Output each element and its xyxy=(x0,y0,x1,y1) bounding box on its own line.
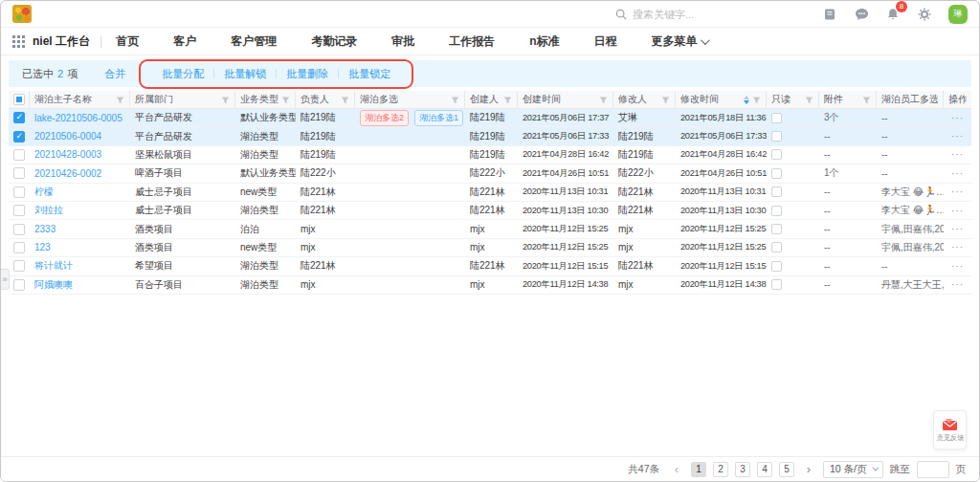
page-button-1[interactable]: 1 xyxy=(691,462,706,477)
record-link[interactable]: 20210506-0004 xyxy=(34,131,101,142)
row-more-actions-button[interactable]: ··· xyxy=(951,224,964,234)
workspace-title[interactable]: niel 工作台 xyxy=(33,33,90,50)
row-more-actions-button[interactable]: ··· xyxy=(951,186,964,197)
column-label: 只读 xyxy=(771,93,791,106)
nav-item-7[interactable]: n标准 xyxy=(529,33,559,50)
cell-modifier: 陆222小 xyxy=(613,164,676,182)
row-more-actions-button[interactable]: ··· xyxy=(951,168,964,179)
nav-more-menu[interactable]: 更多菜单 xyxy=(651,33,707,50)
next-page-button[interactable]: › xyxy=(801,462,816,477)
gear-icon[interactable] xyxy=(917,7,932,22)
cell-employees: 宇佩,田嘉伟,205 xyxy=(877,239,944,256)
record-link[interactable]: 20210426-0002 xyxy=(34,168,101,179)
chat-icon[interactable] xyxy=(854,7,869,22)
feedback-button[interactable]: 意见反馈 xyxy=(933,410,967,449)
row-more-actions-button[interactable]: ··· xyxy=(951,279,964,290)
sort-icon[interactable] xyxy=(744,96,749,104)
row-more-actions-button[interactable]: ··· xyxy=(951,149,964,160)
batch-action-button[interactable]: 批量分配 xyxy=(152,67,213,81)
filter-icon[interactable] xyxy=(451,96,459,104)
notebook-icon[interactable] xyxy=(822,7,837,22)
jump-page-input[interactable] xyxy=(917,461,949,478)
nav-item-8[interactable]: 日程 xyxy=(593,33,616,50)
readonly-checkbox[interactable] xyxy=(771,279,782,290)
nav-item-2[interactable]: 客户 xyxy=(173,33,196,50)
app-logo[interactable] xyxy=(12,5,32,23)
row-checkbox[interactable] xyxy=(13,149,25,161)
row-more-actions-button[interactable]: ··· xyxy=(951,242,964,252)
row-checkbox[interactable] xyxy=(13,186,25,198)
row-more-actions-button[interactable]: ··· xyxy=(951,131,964,142)
nav-item-6[interactable]: 工作报告 xyxy=(449,33,495,50)
page-button-5[interactable]: 5 xyxy=(779,462,794,477)
batch-action-button[interactable]: 批量删除 xyxy=(277,67,338,81)
readonly-checkbox[interactable] xyxy=(771,186,782,197)
batch-actions-annotation-box: 批量分配批量解锁批量删除批量锁定 xyxy=(139,59,413,89)
readonly-checkbox[interactable] xyxy=(771,131,782,142)
record-link[interactable]: 阿娥噢噢 xyxy=(34,278,73,292)
nav-item-5[interactable]: 审批 xyxy=(391,33,414,50)
nav-item-1[interactable]: 首页 xyxy=(116,33,139,50)
cell-modified-time: 2020年11月12日 15:25 xyxy=(676,220,767,237)
global-search[interactable] xyxy=(615,9,747,20)
row-checkbox[interactable] xyxy=(13,279,25,291)
batch-action-button[interactable]: 批量解锁 xyxy=(214,67,276,81)
nav-item-3[interactable]: 客户管理 xyxy=(231,33,277,50)
search-input[interactable] xyxy=(633,9,747,20)
filter-icon[interactable] xyxy=(341,96,349,104)
record-link[interactable]: 柠檬 xyxy=(34,186,54,199)
filter-icon[interactable] xyxy=(752,96,761,104)
readonly-checkbox[interactable] xyxy=(771,149,782,160)
row-more-actions-button[interactable]: ··· xyxy=(951,261,964,272)
page-button-4[interactable]: 4 xyxy=(757,462,772,477)
row-more-actions-button[interactable]: ··· xyxy=(951,113,964,123)
batch-action-button[interactable]: 批量锁定 xyxy=(339,67,400,81)
row-checkbox[interactable] xyxy=(13,205,25,216)
bell-icon[interactable]: 8 xyxy=(885,7,901,22)
filter-icon[interactable] xyxy=(503,96,512,104)
cell-modified-time: 2020年11月13日 10:30 xyxy=(676,202,767,219)
nav-item-4[interactable]: 考勤记录 xyxy=(311,33,357,50)
select-all-checkbox[interactable] xyxy=(13,94,25,105)
readonly-checkbox[interactable] xyxy=(771,242,782,252)
filter-icon[interactable] xyxy=(661,96,670,104)
row-more-actions-button[interactable]: ··· xyxy=(951,206,964,216)
filter-icon[interactable] xyxy=(221,96,230,104)
readonly-checkbox[interactable] xyxy=(771,113,782,123)
filter-icon[interactable] xyxy=(805,96,813,104)
record-link[interactable]: 123 xyxy=(34,242,51,252)
record-link[interactable]: 2333 xyxy=(34,224,56,234)
readonly-checkbox[interactable] xyxy=(771,206,782,216)
cell-modified-time: 2021年05月06日 17:33 xyxy=(676,127,767,144)
cell-attachments: 1个 xyxy=(819,164,877,182)
readonly-checkbox[interactable] xyxy=(771,224,782,234)
side-panel-expand-handle[interactable]: » xyxy=(1,269,10,290)
row-checkbox[interactable] xyxy=(13,131,25,142)
column-controls xyxy=(451,96,459,104)
page-button-2[interactable]: 2 xyxy=(713,462,728,477)
user-avatar[interactable]: 琳 xyxy=(948,5,968,24)
readonly-checkbox[interactable] xyxy=(771,168,782,179)
filter-icon[interactable] xyxy=(599,96,608,104)
filter-icon[interactable] xyxy=(116,96,124,104)
row-checkbox[interactable] xyxy=(13,260,25,272)
readonly-checkbox[interactable] xyxy=(771,261,782,272)
filter-icon[interactable] xyxy=(281,96,290,104)
page-button-3[interactable]: 3 xyxy=(735,462,750,477)
row-checkbox[interactable] xyxy=(13,224,25,235)
filter-icon[interactable] xyxy=(862,96,871,104)
page-size-select[interactable]: 10 条/页 xyxy=(823,461,883,478)
record-link[interactable]: lake-20210506-0005 xyxy=(34,113,122,123)
prev-page-button[interactable]: ‹ xyxy=(669,462,684,477)
record-link[interactable]: 刘拉拉 xyxy=(34,204,63,217)
row-checkbox[interactable] xyxy=(13,167,25,179)
row-checkbox[interactable] xyxy=(13,242,25,253)
record-link[interactable]: 20210428-0003 xyxy=(34,149,101,160)
record-link[interactable]: 将计就计 xyxy=(34,259,73,273)
app-launcher-icon[interactable] xyxy=(12,35,25,48)
cell-readonly xyxy=(767,276,819,294)
column-label: 操作 xyxy=(948,93,967,106)
cell-created-time: 2020年11月13日 10:31 xyxy=(518,184,613,201)
row-checkbox[interactable] xyxy=(13,112,25,123)
merge-button[interactable]: 合并 xyxy=(104,67,125,81)
